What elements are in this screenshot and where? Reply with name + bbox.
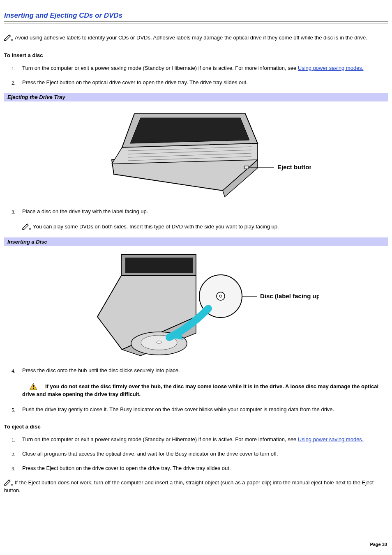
pencil-note-icon [4, 34, 13, 41]
eject-step-1: 1. Turn on the computer or exit a power … [22, 436, 388, 444]
step-text: Press the Eject button on the drive cove… [22, 465, 231, 471]
step-text: Push the drive tray gently to close it. … [22, 406, 334, 412]
title-rule [4, 21, 388, 23]
insert-step-1: 1. Turn on the computer or exit a power … [22, 64, 388, 72]
step-number: 4. [12, 367, 16, 375]
link-power-saving-modes[interactable]: Using power saving modes. [298, 436, 364, 442]
eject-step-2: 2. Close all programs that access the op… [22, 450, 388, 458]
pencil-note-icon [4, 479, 13, 486]
step-text: Close all programs that access the optic… [22, 451, 278, 457]
step-4-warning-text: If you do not seat the disc firmly over … [22, 383, 378, 397]
page: Inserting and Ejecting CDs or DVDs Avoid… [0, 0, 392, 555]
step-text: Turn on the computer or exit a power sav… [22, 436, 298, 442]
figure-eject-tray: Eject button [4, 101, 388, 202]
figure-callout-eject: Eject button [277, 164, 311, 170]
step-number: 5. [12, 406, 16, 414]
step-3-note-text: You can play some DVDs on both sides. In… [33, 223, 279, 230]
eject-end-note: If the Eject button does not work, turn … [4, 479, 388, 495]
section-label-eject: To eject a disc [4, 423, 388, 431]
svg-point-8 [157, 341, 161, 343]
step-3-note: You can play some DVDs on both sides. In… [22, 223, 388, 231]
step-text: Turn on the computer or exit a power sav… [22, 65, 298, 71]
eject-end-note-text: If the Eject button does not work, turn … [4, 479, 374, 493]
step-number: 1. [12, 65, 16, 73]
insert-step-5: 5. Push the drive tray gently to close i… [22, 406, 388, 414]
step-number: 3. [12, 208, 16, 216]
page-title: Inserting and Ejecting CDs or DVDs [4, 12, 388, 20]
insert-steps: 1. Turn on the computer or exit a power … [13, 64, 388, 87]
insert-steps-cont2: 4. Press the disc onto the hub until the… [13, 367, 388, 413]
step-text: Place a disc on the drive tray with the … [22, 208, 148, 214]
step-number: 2. [12, 79, 16, 87]
link-power-saving-modes[interactable]: Using power saving modes. [298, 65, 364, 71]
svg-rect-4 [244, 166, 249, 169]
insert-step-4: 4. Press the disc onto the hub until the… [22, 367, 388, 398]
pencil-note-icon [22, 223, 31, 230]
section-label-insert: To insert a disc [4, 52, 388, 60]
warning-icon [30, 383, 37, 390]
step-4-warning: If you do not seat the disc firmly over … [22, 383, 388, 398]
eject-steps: 1. Turn on the computer or exit a power … [13, 436, 388, 472]
insert-step-3: 3. Place a disc on the drive tray with t… [22, 208, 388, 231]
step-text: Press the disc onto the hub until the di… [22, 367, 180, 373]
page-number: Page 33 [370, 542, 387, 547]
svg-rect-13 [33, 385, 34, 387]
step-text: Press the Eject button on the optical dr… [22, 79, 248, 85]
eject-step-3: 3. Press the Eject button on the drive c… [22, 465, 388, 472]
figure-caption-bar: Inserting a Disc [4, 237, 388, 246]
svg-point-10 [217, 292, 225, 300]
svg-rect-14 [33, 388, 34, 389]
intro-text: Avoid using adhesive labels to identify … [15, 35, 367, 41]
figure-caption-bar: Ejecting the Drive Tray [4, 93, 388, 101]
step-number: 3. [12, 465, 16, 473]
figure-callout-disc: Disc (label facing up) [260, 292, 319, 299]
insert-step-2: 2. Press the Eject button on the optical… [22, 79, 388, 87]
figure-insert-disc: Disc (label facing up) [4, 246, 388, 361]
intro-note: Avoid using adhesive labels to identify … [4, 34, 388, 42]
insert-steps-cont: 3. Place a disc on the drive tray with t… [13, 208, 388, 231]
step-number: 1. [12, 436, 16, 444]
step-number: 2. [12, 451, 16, 458]
